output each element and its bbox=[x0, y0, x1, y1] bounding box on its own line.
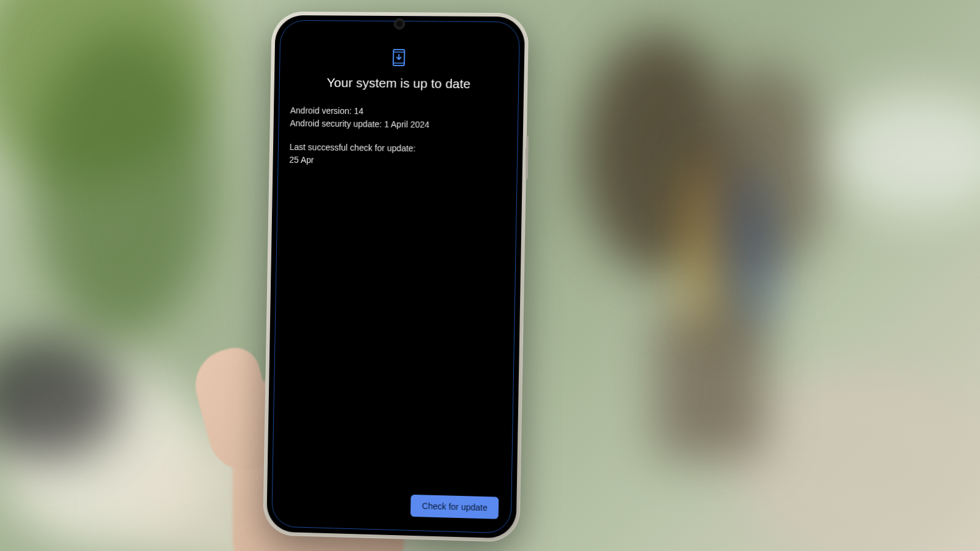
android-version-value: 14 bbox=[354, 106, 364, 116]
page-title: Your system is up to date bbox=[290, 75, 507, 91]
last-check-label: Last successful check for update: bbox=[290, 141, 507, 156]
smartphone-device: Your system is up to date Android versio… bbox=[263, 12, 529, 542]
check-for-update-button[interactable]: Check for update bbox=[410, 495, 499, 519]
last-check-value: 25 Apr bbox=[289, 154, 506, 169]
security-update-line: Android security update: 1 April 2024 bbox=[290, 117, 507, 132]
system-update-screen: Your system is up to date Android versio… bbox=[272, 21, 519, 533]
phone-screen: Your system is up to date Android versio… bbox=[271, 20, 520, 534]
system-update-icon bbox=[392, 49, 406, 69]
security-update-value: 1 April 2024 bbox=[384, 119, 429, 130]
last-check-block: Last successful check for update: 25 Apr bbox=[289, 141, 506, 169]
version-info-block: Android version: 14 Android security upd… bbox=[290, 104, 507, 132]
android-version-label: Android version: bbox=[290, 105, 352, 116]
security-update-label: Android security update: bbox=[290, 118, 382, 129]
